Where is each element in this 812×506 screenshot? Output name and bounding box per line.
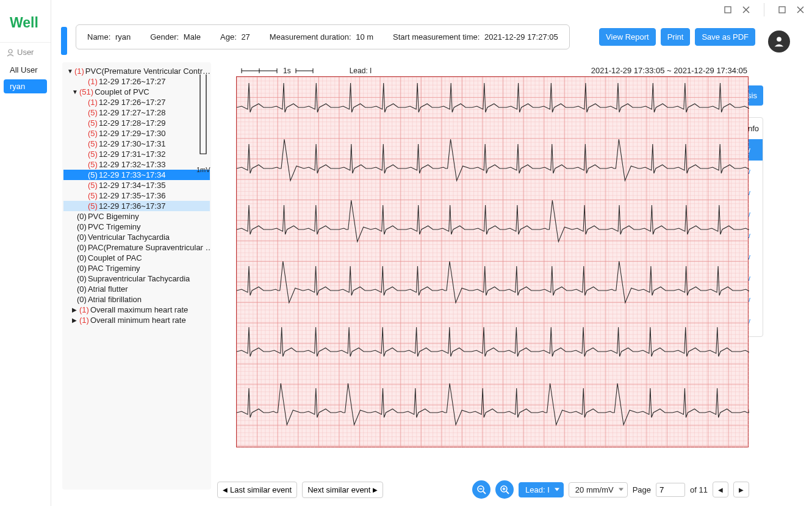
svg-point-6 [9, 49, 12, 53]
svg-line-277 [483, 491, 486, 494]
prev-page-button[interactable]: ◀ [713, 482, 728, 497]
tree-leaf-couplet-6[interactable]: (5) 12-29 17:32~17:33 [63, 159, 210, 170]
time-scale-label: 1s [283, 67, 291, 75]
tree-node-other-4[interactable]: (0) Couplet of PAC [63, 253, 210, 263]
user-icon [6, 48, 15, 57]
tree-leaf-couplet-2[interactable]: (5) 12-29 17:28~17:29 [63, 118, 210, 128]
tree-node-other-7[interactable]: (0) Atrial flutter [63, 284, 210, 294]
view-report-button[interactable]: View Report [599, 28, 656, 46]
tree-leaf-couplet-1[interactable]: (5) 12-29 17:27~17:28 [63, 107, 210, 118]
tree-leaf-couplet-8[interactable]: (5) 12-29 17:34~17:35 [63, 180, 210, 190]
tree-node-hr-min[interactable]: ▶(1) Overall minimum heart rate [63, 315, 210, 325]
page-total: of 11 [690, 485, 708, 494]
patient-duration: Measurement duration: 10 m [270, 32, 373, 42]
tree-node-other-3[interactable]: (0) PAC(Premature Supraventricular … [63, 242, 210, 253]
patient-gender: Gender: Male [150, 32, 201, 42]
zoom-in-button[interactable] [495, 480, 514, 499]
tree-leaf-couplet-4[interactable]: (5) 12-29 17:30~17:31 [63, 139, 210, 149]
tree-node-other-1[interactable]: (0) PVC Trigeminy [63, 222, 210, 232]
tree-node-other-2[interactable]: (0) Ventricular Tachycardia [63, 232, 210, 242]
tree-node-other-8[interactable]: (0) Atrial fibrillation [63, 294, 210, 305]
tree-node-hr-max[interactable]: ▶(1) Overall maximum heart rate [63, 305, 210, 315]
avatar[interactable] [768, 31, 790, 52]
next-similar-event-button[interactable]: Next similar event▶ [302, 482, 383, 498]
tree-node-other-5[interactable]: (0) PAC Trigeminy [63, 263, 210, 273]
patient-start: Start measurement time: 2021-12-29 17:27… [393, 32, 558, 42]
window-close-icon[interactable] [742, 5, 750, 14]
tree-node-other-6[interactable]: (0) Supraventricular Tachycardia [63, 273, 210, 284]
save-pdf-button[interactable]: Save as PDF [695, 28, 755, 46]
page-input[interactable] [656, 483, 685, 497]
all-user-item[interactable]: All User [4, 63, 47, 77]
print-button[interactable]: Print [661, 28, 691, 46]
tree-leaf-pvc-0[interactable]: (1) 12-29 17:26~17:27 [63, 76, 210, 87]
next-page-button[interactable]: ▶ [733, 482, 749, 497]
patient-age: Age: 27 [220, 32, 250, 42]
window-maximize-icon[interactable] [724, 5, 732, 14]
zoom-out-button[interactable] [472, 480, 490, 499]
tree-node-couplet-pvc[interactable]: ▼(51) Couplet of PVC [63, 87, 210, 97]
svg-rect-3 [779, 7, 785, 13]
ecg-chart[interactable] [236, 76, 749, 447]
patient-name: Name: ryan [87, 32, 131, 42]
tree-leaf-couplet-3[interactable]: (5) 12-29 17:29~17:30 [63, 128, 210, 139]
brand-logo: Well [0, 4, 51, 42]
tree-leaf-couplet-7[interactable]: (5) 12-29 17:33~17:34 [63, 170, 210, 180]
tree-node-other-0[interactable]: (0) PVC Bigeminy [63, 211, 210, 222]
event-tree: ▼(1) PVC(Premature Ventricular Contr… (1… [62, 62, 211, 490]
svg-rect-0 [725, 7, 731, 13]
tree-leaf-couplet-5[interactable]: (5) 12-29 17:31~17:32 [63, 149, 210, 159]
lead-label: Lead: I [350, 67, 372, 75]
tree-leaf-couplet-9[interactable]: (5) 12-29 17:35~17:36 [63, 190, 210, 201]
user-header: User [17, 48, 34, 57]
ecg-timerange: 2021-12-29 17:33:05 ~ 2021-12-29 17:34:0… [591, 66, 747, 75]
tree-node-pvc[interactable]: ▼(1) PVC(Premature Ventricular Contr… [63, 66, 210, 76]
parent-window-close-icon[interactable] [796, 5, 805, 14]
lead-select[interactable]: Lead: I [519, 482, 564, 497]
tree-leaf-couplet-10[interactable]: (5) 12-29 17:36~17:37 [63, 201, 210, 211]
svg-point-7 [777, 37, 781, 42]
voltage-scale-label: 1mV [196, 166, 210, 173]
last-similar-event-button[interactable]: ◀Last similar event [217, 482, 297, 498]
svg-line-280 [506, 491, 509, 494]
page-label: Page [633, 485, 651, 494]
user-item-ryan[interactable]: ryan [4, 79, 47, 93]
parent-window-maximize-icon[interactable] [778, 5, 786, 14]
gain-select[interactable]: 20 mm/mV [569, 482, 628, 497]
tree-leaf-couplet-0[interactable]: (1) 12-29 17:26~17:27 [63, 97, 210, 107]
